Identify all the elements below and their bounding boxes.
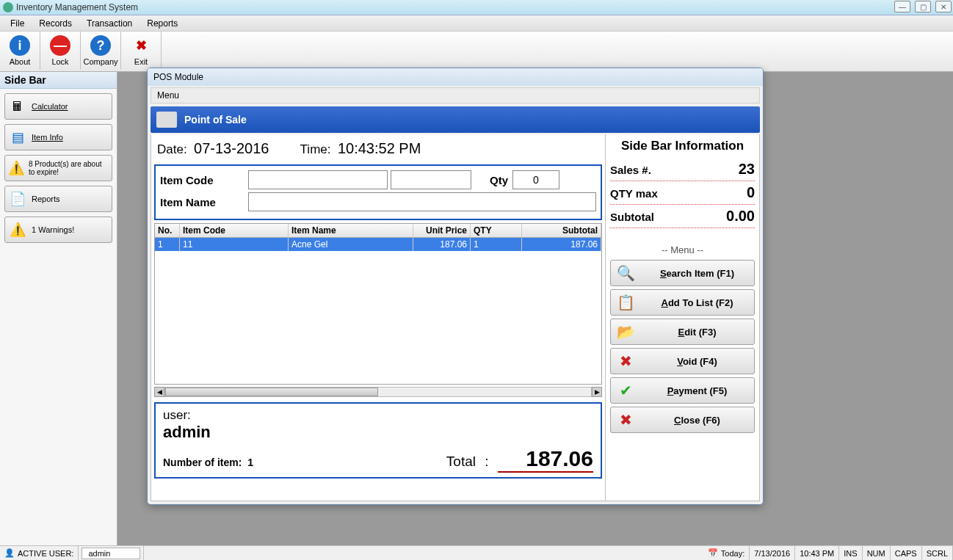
statusbar: 👤 ACTIVE USER: admin 📅 Today: 7/13/2016 …: [0, 545, 953, 560]
company-button[interactable]: ? Company: [81, 32, 121, 70]
active-user-label: ACTIVE USER:: [18, 549, 73, 558]
table-row[interactable]: 1 11 Acne Gel 187.06 1 187.06: [155, 238, 601, 251]
close-button[interactable]: ✖ Close (F6): [610, 407, 755, 433]
exit-button[interactable]: ✖ Exit: [121, 32, 162, 70]
item-extra-input[interactable]: [391, 170, 471, 189]
qtymax-value: 0: [747, 184, 755, 201]
item-count-value: 1: [247, 457, 253, 468]
grid-scrollbar[interactable]: ◀ ▶: [154, 386, 602, 398]
total-label: Total: [446, 454, 476, 470]
sidebar-item-label: Calculator: [32, 102, 68, 111]
sidebar-warnings[interactable]: ⚠️ 1 Warnings!: [4, 217, 112, 243]
items-grid[interactable]: No. Item Code Item Name Unit Price QTY S…: [154, 223, 602, 385]
item-name-input[interactable]: [248, 192, 596, 211]
help-icon: ?: [90, 35, 111, 56]
item-code-label: Item Code: [160, 174, 248, 186]
about-label: About: [10, 57, 31, 66]
col-sub[interactable]: Subtotal: [522, 224, 601, 237]
window-title: Inventory Management System: [16, 2, 138, 12]
exit-icon: ✖: [131, 35, 151, 56]
warning-icon: ⚠️: [8, 159, 24, 178]
date-label: Date:: [157, 142, 187, 156]
date-value: 07-13-2016: [194, 140, 269, 156]
today-label: Today:: [721, 549, 744, 558]
edit-button[interactable]: 📂 Edit (F3): [610, 319, 755, 345]
today-segment: 📅 Today:: [703, 546, 750, 560]
item-info-icon: ▤: [8, 128, 27, 147]
sidebar-item-label: 1 Warnings!: [32, 225, 74, 234]
menubar: File Records Transaction Reports: [0, 15, 953, 32]
sidebar: Side Bar 🖩 Calculator ▤ Item Info ⚠️ 8 P…: [0, 72, 117, 545]
qty-label: Qty: [476, 174, 508, 186]
pos-titlebar[interactable]: POS Module: [148, 68, 763, 86]
pos-header: Point of Sale: [151, 106, 760, 133]
scroll-left-icon[interactable]: ◀: [154, 387, 164, 397]
payment-button[interactable]: ✔ Payment (F5): [610, 377, 755, 404]
time-label: Time:: [300, 142, 331, 156]
col-name[interactable]: Item Name: [289, 224, 413, 237]
search-item-button[interactable]: 🔍 Search Item (F1): [610, 260, 755, 286]
close-window-button[interactable]: ✕: [935, 1, 952, 12]
void-icon: ✖: [614, 351, 637, 371]
scroll-right-icon[interactable]: ▶: [592, 387, 602, 397]
menu-reports[interactable]: Reports: [139, 18, 185, 29]
col-no[interactable]: No.: [155, 224, 180, 237]
lock-button[interactable]: — Lock: [40, 32, 81, 70]
menu-transaction[interactable]: Transaction: [79, 18, 139, 29]
sidebar-title: Side Bar: [0, 72, 117, 89]
item-code-input[interactable]: [248, 170, 388, 189]
lock-label: Lock: [51, 57, 68, 66]
sidebar-expiry-warning[interactable]: ⚠️ 8 Product(s) are about to expire!: [4, 155, 112, 181]
user-value: admin: [163, 423, 593, 442]
pos-sidebar: Side Bar Information Sales #. 23 QTY max…: [605, 134, 759, 501]
sidebar-info-title: Side Bar Information: [610, 139, 755, 153]
item-count-label: Number of item:: [163, 457, 242, 468]
sidebar-calculator[interactable]: 🖩 Calculator: [4, 93, 112, 120]
col-qty[interactable]: QTY: [471, 224, 522, 237]
calculator-icon: 🖩: [8, 97, 27, 116]
caps-indicator: CAPS: [891, 546, 922, 560]
scrl-indicator: SCRL: [922, 546, 953, 560]
pos-menu-label: Menu: [157, 90, 179, 101]
printer-icon: [156, 112, 177, 128]
add-to-list-button[interactable]: 📋 Add To List (F2): [610, 289, 755, 316]
pos-menu[interactable]: Menu: [151, 87, 760, 103]
menu-file[interactable]: File: [3, 18, 32, 29]
sales-label: Sales #.: [610, 164, 651, 176]
summary-box: user: admin Number of item: 1 Total : 18…: [154, 402, 602, 479]
info-icon: i: [10, 35, 30, 56]
maximize-button[interactable]: ▢: [915, 1, 931, 12]
window-titlebar: Inventory Management System — ▢ ✕: [0, 0, 953, 15]
qtymax-label: QTY max: [610, 187, 658, 200]
grid-header: No. Item Code Item Name Unit Price QTY S…: [155, 224, 601, 238]
sidebar-item-label: Item Info: [32, 133, 63, 142]
active-user-value: admin: [81, 548, 140, 559]
subtotal-row: Subtotal 0.00: [610, 205, 755, 228]
menu-label: -- Menu --: [610, 244, 755, 255]
total-value: 187.06: [498, 446, 593, 473]
reports-icon: 📄: [8, 189, 27, 208]
item-entry-box: Item Code Qty Item Name: [154, 164, 602, 220]
payment-icon: ✔: [614, 380, 637, 401]
sidebar-item-info[interactable]: ▤ Item Info: [4, 124, 112, 150]
sidebar-reports[interactable]: 📄 Reports: [4, 186, 112, 212]
col-price[interactable]: Unit Price: [413, 224, 471, 237]
item-name-label: Item Name: [160, 196, 248, 208]
about-button[interactable]: i About: [0, 32, 40, 70]
today-time: 10:43 PM: [795, 546, 839, 560]
ins-indicator: INS: [839, 546, 862, 560]
qty-input[interactable]: [512, 170, 559, 189]
qtymax-row: QTY max 0: [610, 181, 755, 205]
col-code[interactable]: Item Code: [180, 224, 289, 237]
void-button[interactable]: ✖ Void (F4): [610, 348, 755, 374]
scroll-track[interactable]: [164, 387, 592, 397]
add-icon: 📋: [614, 292, 637, 313]
edit-icon: 📂: [614, 321, 637, 342]
subtotal-value: 0.00: [726, 208, 755, 225]
pos-header-title: Point of Sale: [184, 114, 247, 126]
search-icon: 🔍: [614, 263, 637, 283]
minimize-button[interactable]: —: [894, 1, 910, 12]
scroll-thumb[interactable]: [165, 388, 378, 396]
user-label: user:: [163, 408, 593, 423]
menu-records[interactable]: Records: [32, 18, 79, 29]
